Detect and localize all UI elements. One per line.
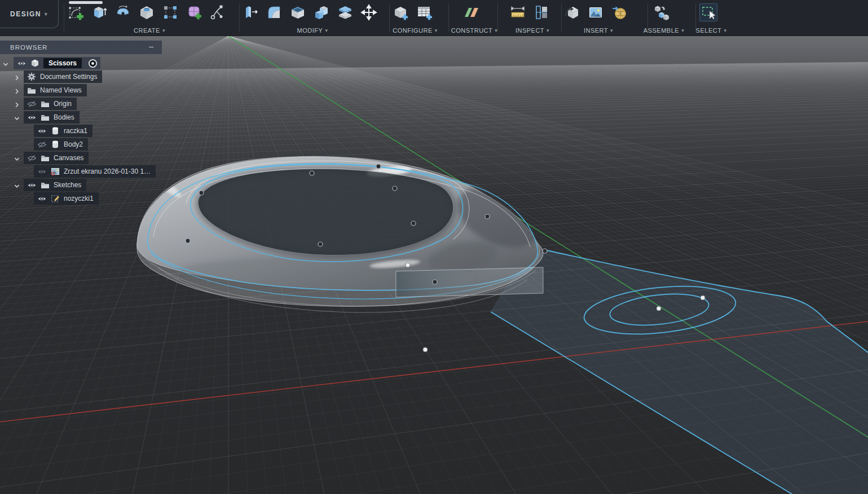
- folder-icon: [41, 113, 50, 122]
- browser-item-label[interactable]: Canvases: [54, 154, 83, 162]
- browser-row-origin[interactable]: Origin: [0, 97, 169, 111]
- sketch-icon: [51, 194, 60, 203]
- toolbar-group-label-text: SELECT: [696, 27, 722, 34]
- workspace-selector[interactable]: DESIGN ▾: [0, 0, 59, 28]
- chevron-right-icon[interactable]: [14, 87, 20, 94]
- browser-item-label[interactable]: raczka1: [64, 127, 87, 135]
- chevron-down-icon: ▾: [547, 28, 549, 33]
- assemble-icon[interactable]: [652, 3, 670, 21]
- browser-item-label[interactable]: nozyczki1: [64, 195, 94, 202]
- browser-item-label[interactable]: Scissors: [43, 58, 82, 68]
- canvas-icon[interactable]: [587, 3, 605, 21]
- chevron-down-icon[interactable]: [14, 182, 20, 188]
- visibility-on-icon[interactable]: [37, 127, 47, 135]
- toolbar-group-label-inspect[interactable]: INSPECT▾: [515, 27, 549, 34]
- visibility-on-icon[interactable]: [37, 195, 47, 202]
- insert-derive-icon[interactable]: [563, 3, 581, 21]
- derive-icon[interactable]: [209, 3, 227, 21]
- toolbar-group-label-select[interactable]: SELECT▾: [696, 27, 727, 34]
- sketch-point: [656, 306, 661, 311]
- section-analysis-icon[interactable]: [532, 3, 550, 21]
- folder-icon: [41, 99, 50, 108]
- split-body-icon[interactable]: [336, 3, 354, 21]
- gear-icon: [27, 72, 36, 81]
- toolbar-separator: [64, 3, 64, 32]
- browser-row-canvases[interactable]: Canvases: [0, 151, 169, 165]
- chevron-right-icon[interactable]: [14, 73, 20, 80]
- sketch-point: [543, 249, 547, 253]
- create-sketch-icon[interactable]: [67, 3, 85, 21]
- measure-icon[interactable]: [509, 3, 527, 21]
- move-icon[interactable]: [360, 3, 378, 21]
- toolbar-group-insert: INSERT▾: [563, 0, 634, 36]
- sketch-point: [318, 242, 323, 246]
- browser-item-chip: nozyczki1: [34, 192, 99, 205]
- sketch-point: [310, 171, 314, 175]
- extrude-icon[interactable]: [90, 3, 108, 21]
- rectangular-pattern-icon[interactable]: [161, 3, 179, 21]
- browser-title: BROWSER: [10, 44, 47, 51]
- browser-row-zrzut-ekranu-2026-01-30-1-[interactable]: Zrzut ekranu 2026-01-30 1…: [0, 165, 169, 178]
- visibility-on-icon[interactable]: [17, 60, 27, 67]
- toolbar-group-label-text: CONFIGURE: [393, 27, 433, 34]
- chevron-right-icon[interactable]: [14, 100, 20, 107]
- chevron-down-icon[interactable]: [2, 60, 9, 67]
- browser-item-chip: Document Settings: [24, 70, 102, 83]
- browser-item-label[interactable]: Named Views: [40, 86, 82, 94]
- browser-item-label[interactable]: Zrzut ekranu 2026-01-30 1…: [64, 167, 151, 175]
- visibility-on-icon[interactable]: [27, 182, 37, 189]
- toolbar-separator: [695, 3, 696, 32]
- toolbar-group-label-assemble[interactable]: ASSEMBLE▾: [644, 27, 684, 34]
- activate-component-radio[interactable]: [88, 59, 98, 68]
- configure-feature-icon[interactable]: [391, 3, 409, 21]
- browser-row-body2[interactable]: Body2: [0, 138, 169, 151]
- shell-icon[interactable]: [289, 3, 307, 21]
- chevron-down-icon: ▾: [610, 28, 613, 33]
- browser-header[interactable]: BROWSER –: [0, 41, 162, 54]
- browser-item-chip: Body2: [34, 138, 88, 151]
- hole-icon[interactable]: [138, 3, 156, 21]
- browser-item-label[interactable]: Sketches: [54, 181, 81, 189]
- browser-row-named-views[interactable]: Named Views: [0, 83, 169, 97]
- visibility-off-icon[interactable]: [27, 155, 37, 162]
- toolbar-group-create: CREATE▾: [67, 0, 232, 36]
- browser-row-document-settings[interactable]: Document Settings: [0, 70, 169, 83]
- folder-icon: [41, 153, 50, 162]
- form-icon[interactable]: [185, 3, 203, 21]
- browser-row-scissors[interactable]: Scissors: [0, 56, 169, 70]
- component-icon: [30, 59, 39, 68]
- toolbar-separator: [389, 3, 390, 32]
- chevron-down-icon[interactable]: [14, 155, 20, 161]
- browser-row-bodies[interactable]: Bodies: [0, 111, 169, 124]
- browser-item-label[interactable]: Bodies: [54, 113, 74, 121]
- toolbar-group-label-create[interactable]: CREATE▾: [134, 27, 165, 34]
- construct-plane-icon[interactable]: [462, 3, 481, 21]
- browser-row-sketches[interactable]: Sketches: [0, 178, 169, 192]
- browser-minimize-button[interactable]: –: [149, 42, 154, 51]
- press-pull-icon[interactable]: [241, 3, 259, 21]
- visibility-off-icon[interactable]: [37, 141, 47, 148]
- browser-row-raczka1[interactable]: raczka1: [0, 124, 169, 138]
- visibility-dim-icon[interactable]: [37, 168, 47, 175]
- select-icon[interactable]: [699, 3, 717, 21]
- toolbar-group-label-configure[interactable]: CONFIGURE▾: [393, 27, 438, 34]
- sketch-point: [406, 263, 410, 267]
- toolbar-group-label-modify[interactable]: MODIFY▾: [297, 27, 328, 34]
- visibility-on-icon[interactable]: [27, 114, 37, 121]
- browser-row-nozyczki1[interactable]: nozyczki1: [0, 192, 169, 205]
- toolbar-separator: [497, 3, 498, 32]
- insert-mesh-icon[interactable]: [610, 3, 628, 21]
- browser-item-label[interactable]: Body2: [64, 140, 83, 148]
- toolbar-group-label-insert[interactable]: INSERT▾: [584, 27, 613, 34]
- fillet-icon[interactable]: [265, 3, 283, 21]
- browser-item-chip: Bodies: [24, 111, 80, 124]
- toolbar-group-label-construct[interactable]: CONSTRUCT▾: [451, 27, 498, 34]
- revolve-icon[interactable]: [114, 3, 132, 21]
- toolbar-group-label-text: ASSEMBLE: [644, 27, 679, 34]
- visibility-off-icon[interactable]: [27, 100, 37, 108]
- browser-item-label[interactable]: Origin: [54, 100, 72, 108]
- chevron-down-icon[interactable]: [14, 114, 20, 121]
- configure-table-icon[interactable]: [415, 3, 433, 21]
- browser-item-label[interactable]: Document Settings: [40, 73, 97, 81]
- combine-icon[interactable]: [312, 3, 331, 21]
